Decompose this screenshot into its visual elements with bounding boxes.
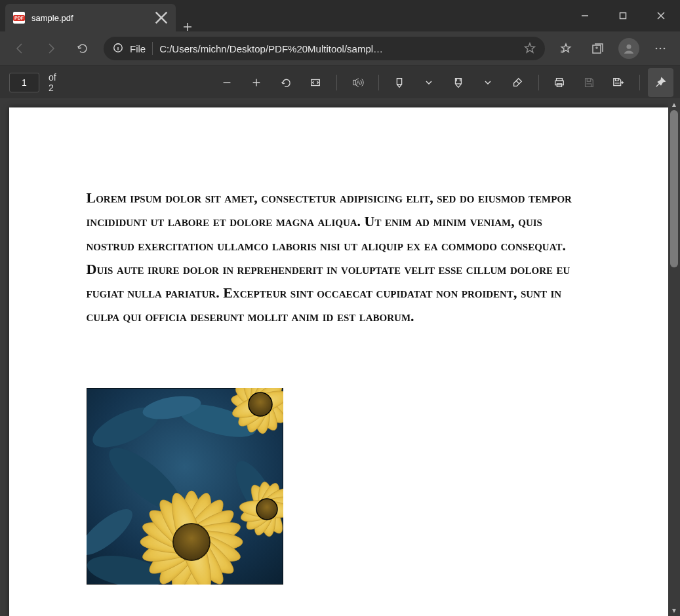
scroll-down-arrow[interactable]: ▼ [668, 604, 680, 616]
scrollbar-track[interactable] [668, 110, 680, 604]
favorite-star-icon[interactable] [524, 42, 536, 56]
minimize-button[interactable] [566, 0, 604, 31]
info-icon[interactable] [113, 43, 123, 55]
draw-dropdown[interactable] [416, 68, 442, 97]
profile-button[interactable] [614, 34, 643, 63]
read-aloud-button[interactable]: A [345, 68, 370, 97]
url-text: C:/Users/michn/Desktop/PDF%20Multitool/s… [159, 43, 517, 54]
address-bar[interactable]: File C:/Users/michn/Desktop/PDF%20Multit… [104, 37, 545, 60]
document-image [87, 388, 283, 585]
highlight-button[interactable] [446, 68, 471, 97]
vertical-scrollbar[interactable]: ▲ ▼ [668, 98, 680, 616]
page-number-input[interactable] [9, 73, 39, 92]
back-button[interactable] [5, 34, 34, 63]
tab-active[interactable]: PDF sample.pdf [5, 4, 176, 31]
svg-point-4 [656, 48, 658, 50]
address-bar-row: File C:/Users/michn/Desktop/PDF%20Multit… [0, 31, 680, 66]
draw-button[interactable] [387, 68, 412, 97]
save-button[interactable] [576, 68, 602, 97]
pdf-favicon: PDF [13, 12, 25, 24]
document-paragraph: Lorem ipsum dolor sit amet, consectetur … [87, 186, 591, 329]
refresh-button[interactable] [68, 34, 97, 63]
scroll-up-arrow[interactable]: ▲ [668, 98, 680, 110]
zoom-in-button[interactable] [244, 68, 270, 97]
close-window-button[interactable] [642, 0, 680, 31]
pin-toolbar-button[interactable] [648, 68, 673, 97]
toolbar-separator [639, 75, 640, 90]
pdf-scroll-region[interactable]: Lorem ipsum dolor sit amet, consectetur … [0, 98, 668, 616]
svg-rect-10 [555, 81, 564, 85]
collections-button[interactable] [583, 34, 612, 63]
avatar [618, 38, 639, 59]
pdf-viewport: Lorem ipsum dolor sit amet, consectetur … [0, 98, 680, 616]
svg-point-27 [249, 393, 272, 416]
more-button[interactable] [646, 34, 675, 63]
svg-point-34 [256, 499, 277, 520]
maximize-button[interactable] [604, 0, 642, 31]
browser-window: PDF sample.pdf [0, 0, 680, 616]
svg-point-5 [660, 48, 662, 50]
tab-close-button[interactable] [155, 11, 168, 24]
svg-point-6 [664, 48, 666, 50]
pdf-toolbar: of 2 A [0, 66, 680, 98]
favorites-button[interactable] [551, 34, 580, 63]
toolbar-separator [336, 75, 337, 90]
toolbar-separator [538, 75, 539, 90]
svg-text:A: A [357, 79, 361, 85]
zoom-out-button[interactable] [214, 68, 240, 97]
new-tab-button[interactable] [176, 22, 199, 31]
svg-point-3 [626, 45, 631, 49]
rotate-button[interactable] [273, 68, 299, 97]
scrollbar-thumb[interactable] [670, 110, 678, 267]
titlebar: PDF sample.pdf [0, 0, 680, 31]
erase-button[interactable] [505, 68, 530, 97]
page-count-label: of 2 [49, 72, 62, 93]
address-divider [152, 42, 153, 55]
fit-page-button[interactable] [303, 68, 329, 97]
pdf-page: Lorem ipsum dolor sit amet, consectetur … [9, 107, 668, 616]
print-button[interactable] [547, 68, 572, 97]
window-controls [566, 0, 680, 31]
file-scheme-label: File [130, 43, 146, 54]
save-as-button[interactable] [606, 68, 631, 97]
tab-title: sample.pdf [31, 13, 148, 23]
highlight-dropdown[interactable] [475, 68, 501, 97]
forward-button[interactable] [37, 34, 66, 63]
toolbar-separator [378, 75, 379, 90]
pdf-badge: PDF [13, 15, 25, 21]
tab-strip: PDF sample.pdf [0, 0, 199, 31]
svg-rect-0 [620, 13, 626, 19]
